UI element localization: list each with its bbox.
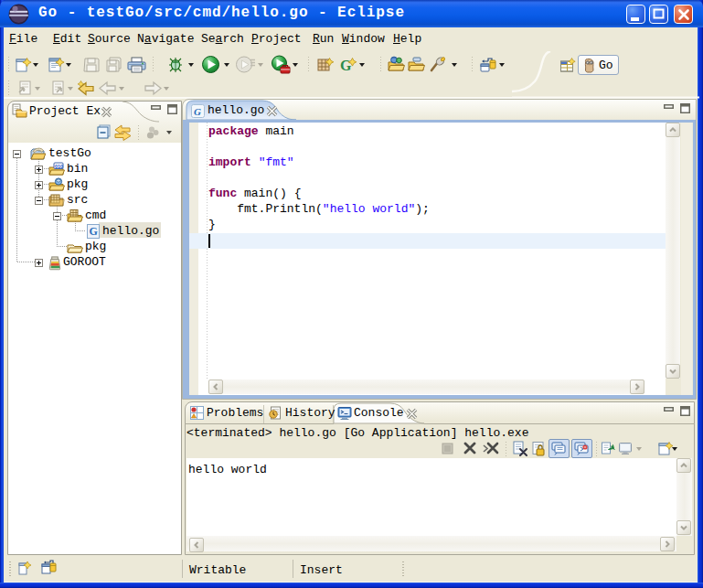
svg-text:G: G (90, 225, 98, 238)
svg-text:010: 010 (55, 164, 63, 169)
svg-text:G: G (194, 106, 201, 117)
svg-text:G: G (340, 58, 352, 73)
